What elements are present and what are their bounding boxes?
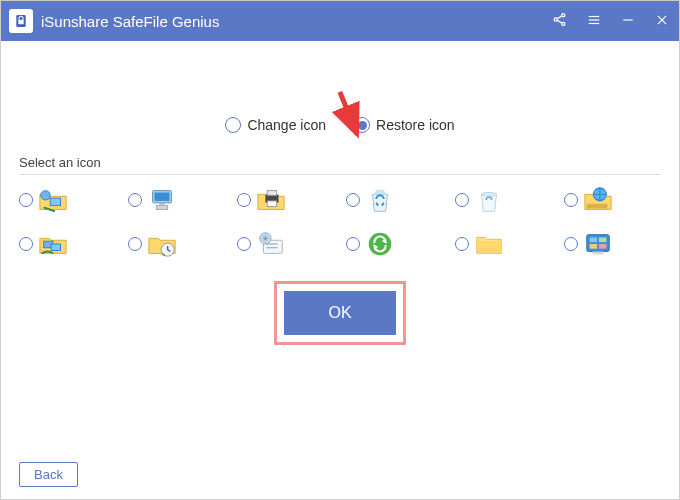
icon-option-recycle-empty[interactable] xyxy=(455,185,552,215)
ok-button[interactable]: OK xyxy=(284,291,396,335)
svg-point-21 xyxy=(482,193,497,197)
minimize-icon[interactable] xyxy=(621,13,635,30)
select-icon-label: Select an icon xyxy=(19,155,661,170)
divider xyxy=(19,174,661,175)
radio-icon xyxy=(346,237,360,251)
ok-button-container: OK xyxy=(19,281,661,345)
svg-rect-37 xyxy=(592,252,603,255)
svg-rect-17 xyxy=(159,203,165,206)
icon-option-this-pc[interactable] xyxy=(128,185,225,215)
sync-icon xyxy=(364,229,396,259)
icon-option-system-settings[interactable] xyxy=(237,229,334,259)
svg-line-11 xyxy=(326,92,371,134)
radio-unchecked-icon xyxy=(225,117,241,133)
icon-option-recycle-full[interactable] xyxy=(346,185,443,215)
shared-folder-icon xyxy=(37,229,69,259)
network-folder-icon xyxy=(37,185,69,215)
icon-option-network-folder[interactable] xyxy=(19,185,116,215)
icon-option-recent-folder[interactable] xyxy=(128,229,225,259)
annotation-arrow-icon xyxy=(316,86,381,149)
icon-option-control-panel[interactable] xyxy=(564,229,661,259)
content-area: Change icon Restore icon Select an icon xyxy=(1,41,679,499)
radio-icon xyxy=(455,237,469,251)
menu-icon[interactable] xyxy=(587,13,601,30)
icon-option-printer-folder[interactable] xyxy=(237,185,334,215)
change-icon-label: Change icon xyxy=(247,117,326,133)
recycle-bin-empty-icon xyxy=(473,185,505,215)
svg-point-30 xyxy=(264,237,268,241)
radio-icon xyxy=(237,237,251,251)
svg-rect-35 xyxy=(590,244,598,249)
printer-folder-icon xyxy=(255,185,287,215)
radio-icon xyxy=(19,193,33,207)
control-panel-icon xyxy=(582,229,614,259)
plain-folder-icon xyxy=(473,229,505,259)
change-icon-radio[interactable]: Change icon xyxy=(225,117,326,133)
radio-icon xyxy=(346,193,360,207)
svg-rect-23 xyxy=(587,204,608,209)
close-icon[interactable] xyxy=(655,13,669,30)
radio-icon xyxy=(564,193,578,207)
svg-rect-16 xyxy=(156,206,167,210)
svg-rect-36 xyxy=(599,244,607,249)
svg-rect-25 xyxy=(51,244,60,251)
svg-rect-19 xyxy=(267,191,276,196)
restore-icon-label: Restore icon xyxy=(376,117,455,133)
app-title: iSunshare SafeFile Genius xyxy=(41,13,552,30)
radio-icon xyxy=(128,237,142,251)
icon-option-network-drive[interactable] xyxy=(564,185,661,215)
network-drive-icon xyxy=(582,185,614,215)
icon-option-shared-folder[interactable] xyxy=(19,229,116,259)
app-logo-icon xyxy=(9,9,33,33)
app-window: iSunshare SafeFile Genius Change icon Re… xyxy=(0,0,680,500)
radio-icon xyxy=(19,237,33,251)
svg-rect-1 xyxy=(18,20,23,25)
icon-option-sync[interactable] xyxy=(346,229,443,259)
titlebar: iSunshare SafeFile Genius xyxy=(1,1,679,41)
system-settings-icon xyxy=(255,229,287,259)
annotation-highlight: OK xyxy=(274,281,406,345)
this-pc-icon xyxy=(146,185,178,215)
recycle-bin-full-icon xyxy=(364,185,396,215)
svg-rect-20 xyxy=(267,201,276,207)
recent-folder-icon xyxy=(146,229,178,259)
svg-rect-32 xyxy=(587,235,610,252)
svg-rect-34 xyxy=(599,237,607,242)
svg-rect-33 xyxy=(590,237,598,242)
radio-icon xyxy=(455,193,469,207)
svg-rect-15 xyxy=(155,193,170,201)
footer: Back xyxy=(19,444,661,487)
svg-point-12 xyxy=(41,191,50,200)
icon-option-plain-folder[interactable] xyxy=(455,229,552,259)
share-icon[interactable] xyxy=(552,12,567,30)
radio-icon xyxy=(237,193,251,207)
back-button[interactable]: Back xyxy=(19,462,78,487)
icon-grid xyxy=(19,185,661,259)
radio-icon xyxy=(564,237,578,251)
svg-rect-13 xyxy=(50,198,60,206)
titlebar-controls xyxy=(552,12,669,30)
radio-icon xyxy=(128,193,142,207)
